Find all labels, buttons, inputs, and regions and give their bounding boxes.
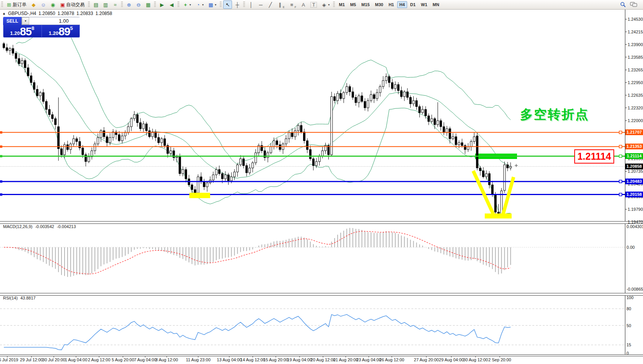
time-axis-label[interactable]: 8 Aug 12:00 (156, 357, 178, 362)
time-axis-label[interactable]: 1 Aug 04:00 (65, 357, 88, 362)
price-tick-label[interactable]: 1.19470 (628, 220, 643, 224)
timeframe-button-mn[interactable]: MN (430, 1, 441, 8)
periods-button[interactable]: ◔ ▾ (194, 0, 205, 9)
rsi-line[interactable] (4, 314, 510, 350)
price-tick-label[interactable]: 1.22000 (628, 118, 643, 123)
time-axis-label[interactable]: 19 Aug 04:00 (287, 357, 312, 362)
macd-scale-label[interactable]: -0.008651 (626, 287, 643, 291)
market-watch-button[interactable]: ◆ (29, 0, 38, 9)
time-axis-label[interactable]: 30 Jul 20:00 (42, 357, 65, 362)
time-axis-label[interactable]: 26 Aug 12:00 (380, 357, 404, 362)
templates-button[interactable]: ▩ ▾ (206, 0, 218, 9)
time-axis-label[interactable]: 30 Aug 12:00 (463, 357, 488, 362)
time-axis-label[interactable]: 23 Aug 04:00 (356, 357, 381, 362)
price-tick-label[interactable]: 1.23900 (628, 42, 643, 47)
time-axis-label[interactable]: 29 Aug 04:00 (439, 357, 464, 362)
time-axis-label[interactable]: 2 Aug 12:00 (88, 357, 111, 362)
sell-price[interactable]: 1.20 85 8 (3, 25, 41, 38)
toolbar-grip[interactable] (220, 2, 222, 8)
v-shape-base-bar[interactable] (485, 213, 512, 218)
new-order-button[interactable]: ⊞ 新订单 (5, 0, 28, 9)
chart-shift-button[interactable]: ◀ (167, 0, 176, 9)
price-tick-label[interactable]: 1.24530 (628, 17, 643, 22)
pane-separator-macd[interactable] (0, 221, 643, 224)
price-tick-label[interactable]: 1.22635 (628, 93, 643, 98)
time-axis-label[interactable]: 7 Aug 04:00 (134, 357, 157, 362)
auto-scroll-button[interactable]: ▶ (157, 0, 166, 9)
text-label-tool-button[interactable]: T (308, 0, 319, 9)
bollinger-middle-band[interactable] (16, 52, 511, 178)
crosshair-tool-button[interactable]: ┼ (233, 0, 242, 9)
zoom-out-button[interactable]: ⊖ (134, 0, 143, 9)
time-axis-label[interactable]: 5 Aug 20:00 (112, 357, 134, 362)
price-tick-label[interactable]: 1.22320 (628, 106, 643, 110)
time-axis-label[interactable]: 21 Aug 20:00 (333, 357, 358, 362)
toolbar-grip[interactable] (333, 2, 335, 8)
time-axis-label[interactable]: 26 Jul 2019 (0, 357, 18, 362)
level-line-drag-handle[interactable] (619, 155, 622, 157)
price-tick-label[interactable]: 1.19790 (628, 207, 643, 212)
profile-button[interactable]: ☺ (39, 0, 48, 9)
fibonacci-tool-button[interactable]: ≡ F (287, 0, 298, 9)
horizontal-line-tool-button[interactable]: ─ (256, 0, 265, 9)
sell-button[interactable]: SELL (3, 17, 22, 25)
timeframe-button-m1[interactable]: M1 (336, 1, 347, 8)
timeframe-button-m5[interactable]: M5 (348, 1, 358, 8)
time-axis-label[interactable]: 20 Aug 12:00 (311, 357, 336, 362)
zoom-in-button[interactable]: ⊕ (124, 0, 133, 9)
level-line-drag-handle[interactable] (619, 131, 622, 134)
toolbar-grip[interactable] (1, 2, 3, 8)
toolbar-grip[interactable] (154, 2, 156, 8)
toolbar-grip[interactable] (243, 2, 245, 8)
channel-tool-button[interactable]: ∥ E (275, 0, 287, 9)
autotrading-button[interactable]: ▣ 自动交易 (58, 0, 86, 9)
shapes-tool-button[interactable]: ◈ ▾ (320, 0, 331, 9)
time-axis-label[interactable]: 15 Aug 20:00 (263, 357, 288, 362)
one-click-expand-toggle[interactable]: ▲ (2, 12, 6, 15)
level-line-drag-handle[interactable] (619, 180, 622, 183)
price-tick-label[interactable]: 1.23265 (628, 68, 643, 72)
time-axis-label[interactable]: 29 Jul 12:00 (20, 357, 43, 362)
rsi-scale-label[interactable]: 15 (626, 342, 631, 347)
bollinger-lower-band[interactable] (16, 60, 511, 214)
rsi-scale-label[interactable]: 50 (626, 323, 631, 328)
pane-separator-axis[interactable] (0, 354, 643, 356)
timeframe-button-m30[interactable]: M30 (373, 1, 385, 8)
search-icon[interactable] (620, 2, 626, 8)
rsi-scale-label[interactable]: 80 (626, 306, 631, 311)
rsi-scale-label[interactable]: 0 (626, 351, 629, 356)
trendline-tool-button[interactable]: ╱ (266, 0, 275, 9)
buy-price[interactable]: 1.20 89 5 (41, 25, 80, 38)
price-tick-label[interactable]: 1.22950 (628, 80, 643, 85)
volume-decrease-button[interactable]: ▼ (22, 17, 29, 25)
timeframe-button-w1[interactable]: W1 (419, 1, 430, 8)
bollinger-upper-band[interactable] (16, 24, 511, 164)
price-tick-label[interactable]: 1.23585 (628, 55, 643, 60)
toolbar-grip[interactable] (121, 2, 123, 8)
level-line-drag-handle[interactable] (619, 145, 622, 148)
time-axis-label[interactable]: 27 Aug 20:00 (414, 357, 439, 362)
tile-windows-button[interactable]: ▦ (144, 0, 152, 9)
time-axis-label[interactable]: 14 Aug 12:00 (240, 357, 265, 362)
indicators-button[interactable]: + ▾ (181, 0, 193, 9)
volume-input[interactable] (29, 17, 80, 25)
price-tick-label[interactable]: 1.24215 (628, 30, 643, 34)
signals-button[interactable]: ◉ (48, 0, 57, 9)
candle-chart-mode-button[interactable]: ▥ (101, 0, 110, 9)
timeframe-button-d1[interactable]: D1 (408, 1, 418, 8)
timeframe-button-m15[interactable]: M15 (359, 1, 372, 8)
vertical-line-tool-button[interactable]: │ (247, 0, 255, 9)
macd-scale-label[interactable]: 0.00 (626, 245, 635, 250)
timeframe-button-h4[interactable]: H4 (397, 1, 407, 8)
level-line-drag-handle[interactable] (619, 193, 622, 196)
time-axis-label[interactable]: 2 Sep 20:00 (488, 357, 511, 362)
price-callout-box[interactable]: 1.21114 (574, 149, 614, 164)
timeframe-button-h1[interactable]: H1 (386, 1, 396, 8)
bar-chart-mode-button[interactable]: ▤ (91, 0, 100, 9)
support-highlight-box[interactable] (189, 193, 210, 198)
line-chart-mode-button[interactable]: ≈ (111, 0, 119, 9)
toolbar-grip[interactable] (88, 2, 90, 8)
text-tool-button[interactable]: A (299, 0, 308, 9)
rsi-scale-label[interactable]: 100 (626, 295, 633, 300)
pane-separator-rsi[interactable] (0, 293, 643, 296)
